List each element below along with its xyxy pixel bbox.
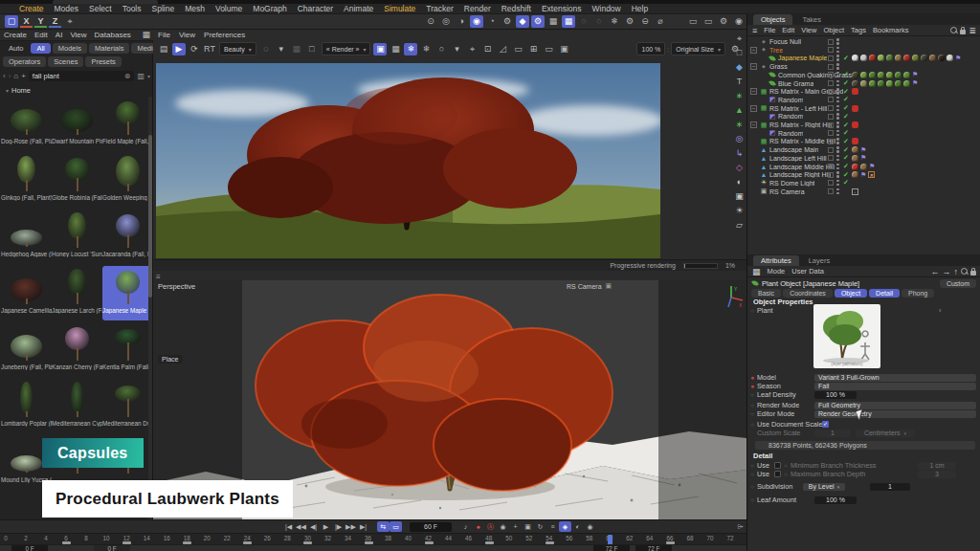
rv-menu-file[interactable]: File — [158, 31, 170, 39]
forward-icon[interactable]: › — [9, 72, 11, 80]
asset-item[interactable]: Japanese Camellia (Fal... — [1, 266, 52, 320]
visibility-dots[interactable] — [836, 164, 839, 170]
lock-icon[interactable] — [960, 30, 966, 34]
visibility-dots[interactable] — [836, 47, 839, 54]
material-tag[interactable] — [886, 72, 893, 78]
filter-tab-all[interactable]: All — [31, 43, 50, 54]
menu-select[interactable]: Select — [89, 4, 112, 13]
plant-preview-image[interactable]: (Acer palmatum) — [813, 304, 880, 368]
object-row[interactable]: −▦RS Matrix - Left Hill✓ — [747, 104, 980, 113]
prev-frame-icon[interactable]: ◀| — [307, 521, 320, 532]
filter-tab-materials[interactable]: Materials — [89, 43, 129, 54]
camera-icon[interactable]: ▣ — [733, 190, 746, 203]
enabled-check[interactable]: ✓ — [842, 121, 850, 129]
solo-off-icon[interactable]: ◐ — [571, 521, 584, 532]
object-row[interactable]: Blue Grama✓⚑ — [747, 79, 980, 88]
next-key-icon[interactable]: ▶▶ — [345, 521, 357, 532]
image-icon[interactable]: ▭ — [511, 43, 524, 55]
material-tag[interactable] — [869, 80, 876, 87]
ik-gear-icon[interactable]: ⚙ — [501, 15, 514, 28]
crop-icon[interactable]: □ — [305, 43, 319, 55]
use-document-scale-checkbox[interactable]: ✓ — [822, 421, 829, 428]
material-tag[interactable] — [852, 164, 858, 170]
effector-icon[interactable]: ∗ — [733, 119, 746, 131]
attr-burger-icon[interactable]: ▦ — [752, 267, 761, 276]
material-tag[interactable] — [921, 55, 927, 61]
material-tag[interactable] — [886, 80, 893, 87]
phong-tag[interactable]: ⚑ — [860, 171, 866, 179]
phong-tag[interactable]: ⚑ — [955, 55, 961, 62]
search-options-icon[interactable]: ▾ — [147, 73, 150, 79]
visibility-dots[interactable] — [836, 171, 839, 178]
layer-box[interactable] — [828, 105, 834, 111]
workplane-icon[interactable]: ⌖ — [733, 33, 746, 45]
render-settings-icon[interactable]: ⚙ — [717, 15, 730, 28]
asset-item[interactable]: Globe Robinia (Fall, Pl... — [52, 153, 102, 208]
back-icon[interactable]: ‹ — [3, 72, 6, 80]
model-dropdown[interactable]: Variant 3 Full-Grown — [814, 374, 976, 382]
text-icon[interactable]: T — [733, 76, 746, 88]
object-row[interactable]: −▦RS Matrix - Right Hill✓ — [747, 121, 980, 129]
home-icon[interactable]: ⌂ — [13, 72, 18, 80]
visibility-dots[interactable] — [836, 146, 839, 153]
phong-tag[interactable]: ⚑ — [860, 154, 866, 162]
leaf-amount-field[interactable]: 100 % — [814, 496, 857, 504]
asset-item[interactable]: Japanese Maple (Fall, ... — [102, 266, 149, 320]
save-image-icon[interactable]: ▤ — [157, 43, 170, 55]
om-menu-file[interactable]: File — [764, 26, 775, 34]
basket-icon[interactable]: ▥ — [137, 72, 145, 80]
refresh-icon[interactable]: ⟳ — [188, 43, 201, 55]
asset-item[interactable]: Juneberry (Fall, Plant) — [1, 322, 52, 377]
solo-on-icon[interactable]: ◉ — [584, 521, 596, 532]
asset-item[interactable]: Japanese Larch (Fall, Pl... — [52, 266, 102, 320]
object-row[interactable]: ◩Random✓ — [747, 112, 980, 121]
play-icon[interactable]: ▶ — [172, 43, 186, 55]
live-selection-icon[interactable]: ▢ — [5, 15, 18, 28]
asset-item[interactable]: Dog-Rose (Fall, Plant) — [1, 97, 52, 151]
layer-box[interactable] — [828, 97, 834, 102]
asset-item[interactable]: Ginkgo (Fall, Plant) — [1, 153, 52, 208]
category-tab-operators[interactable]: Operators — [3, 56, 46, 67]
record-pla-icon[interactable]: ◈ — [559, 521, 571, 532]
object-row[interactable]: −⌖Tree — [747, 46, 980, 55]
visibility-dots[interactable] — [836, 121, 839, 128]
material-tag[interactable] — [895, 72, 902, 78]
ab-menu-view[interactable]: View — [70, 31, 86, 39]
menu-tools[interactable]: Tools — [122, 4, 142, 13]
material-tag[interactable] — [903, 72, 910, 78]
layer-box[interactable] — [828, 164, 834, 169]
end-frame-field[interactable]: 72 F — [593, 545, 630, 551]
object-row[interactable]: −⌖Grass — [747, 62, 980, 71]
leaf-density-field[interactable]: 100 % — [814, 391, 857, 399]
record-position-icon[interactable]: + — [509, 521, 522, 532]
material-tag[interactable] — [878, 55, 884, 61]
enabled-check[interactable]: ✓ — [842, 163, 850, 170]
menu-simulate[interactable]: Simulate — [384, 4, 415, 13]
menu-render[interactable]: Render — [464, 4, 491, 13]
menu-window[interactable]: Window — [592, 4, 621, 13]
menu-character[interactable]: Character — [298, 4, 333, 13]
editor-mode-dropdown[interactable]: Render Geometry — [814, 410, 976, 418]
asset-item[interactable]: Kentia Palm (Fall, Plant) — [102, 322, 149, 377]
material-tag[interactable] — [895, 55, 902, 61]
focus-icon[interactable]: ⌖ — [465, 43, 479, 55]
play-icon[interactable]: ▶ — [320, 521, 332, 532]
cloner-icon[interactable]: ▲ — [733, 104, 746, 117]
current-frame-field[interactable]: 60 F — [410, 522, 452, 532]
rv-menu-preferences[interactable]: Preferences — [204, 31, 245, 39]
snap-half-icon[interactable]: ◑ — [455, 15, 468, 28]
object-row[interactable]: Common Quaking Grass✓⚑ — [747, 71, 980, 79]
visibility-dots[interactable] — [836, 155, 839, 162]
season-dropdown[interactable]: Fall — [814, 383, 976, 390]
dropdown-arrow-icon[interactable]: ▾ — [275, 43, 288, 55]
material-tag[interactable] — [852, 171, 858, 178]
account-icon[interactable]: ◉ — [732, 15, 746, 28]
menu-volume[interactable]: Volume — [215, 4, 242, 13]
material-tag[interactable] — [860, 164, 867, 170]
layer-box[interactable] — [828, 188, 834, 194]
material-tag[interactable] — [852, 80, 858, 87]
menu-create[interactable]: Create — [19, 4, 44, 13]
snap-mode-icon[interactable]: ◎ — [439, 15, 453, 28]
material-tag[interactable] — [860, 72, 867, 78]
enabled-check[interactable]: ✓ — [842, 179, 850, 187]
